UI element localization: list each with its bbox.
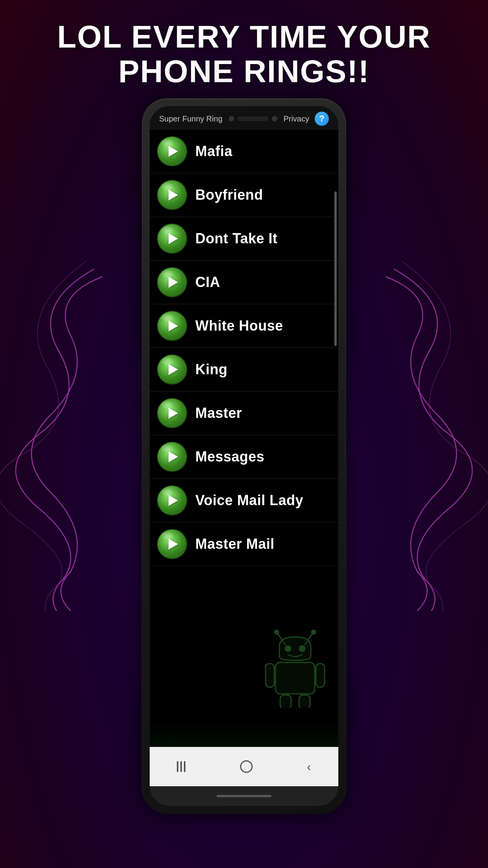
ringtone-label-boyfriend: Boyfriend <box>195 187 263 203</box>
status-bar: Super Funny Ring Privacy ? <box>150 106 338 130</box>
notch-pill <box>237 116 269 121</box>
ringtone-list: Mafia Boyfriend Dont Take It <box>150 130 338 747</box>
list-item: Master <box>150 392 338 435</box>
home-bar <box>150 786 338 806</box>
phone-mockup: Super Funny Ring Privacy ? <box>142 98 346 814</box>
play-icon <box>169 539 178 550</box>
back-button[interactable]: ‹ <box>307 760 311 774</box>
list-item: Master Mail <box>150 522 338 566</box>
recent-apps-icon <box>177 761 185 772</box>
android-mascot <box>260 621 330 708</box>
svg-point-3 <box>312 630 316 634</box>
recent-apps-button[interactable] <box>177 761 185 772</box>
play-button-master[interactable] <box>158 399 187 428</box>
play-button-dont-take-it[interactable] <box>158 224 187 253</box>
header-line1: LOL EVERY TIME YOUR <box>31 20 457 54</box>
play-button-king[interactable] <box>158 355 187 384</box>
svg-rect-8 <box>316 664 325 687</box>
sensor-dot <box>272 116 277 121</box>
list-item: Mafia <box>150 130 338 173</box>
help-button[interactable]: ? <box>315 112 329 126</box>
header-line2: PHONE RINGS!! <box>31 54 457 89</box>
ringtone-label-master: Master <box>195 405 242 421</box>
app-title: Super Funny Ring <box>159 114 222 123</box>
home-button[interactable] <box>240 760 253 773</box>
play-button-voice-mail-lady[interactable] <box>158 486 187 515</box>
play-icon <box>169 320 178 331</box>
list-item: Messages <box>150 435 338 479</box>
play-button-master-mail[interactable] <box>158 530 187 559</box>
svg-rect-10 <box>299 695 310 708</box>
status-bar-right: Privacy ? <box>283 112 329 126</box>
privacy-button[interactable]: Privacy <box>283 114 309 123</box>
home-icon <box>240 760 253 773</box>
phone-screen: Super Funny Ring Privacy ? <box>150 106 338 806</box>
header-text: LOL EVERY TIME YOUR PHONE RINGS!! <box>0 20 488 89</box>
play-button-messages[interactable] <box>158 442 187 471</box>
play-icon <box>169 451 178 462</box>
back-icon: ‹ <box>307 760 311 774</box>
ringtone-label-king: King <box>195 361 227 378</box>
play-icon <box>169 408 178 419</box>
ringtone-label-messages: Messages <box>195 449 264 465</box>
list-item: Dont Take It <box>150 217 338 261</box>
ringtone-label-cia: CIA <box>195 274 220 291</box>
svg-rect-7 <box>266 664 274 687</box>
ringtone-label-dont-take-it: Dont Take It <box>195 230 277 247</box>
play-icon <box>169 277 178 288</box>
svg-point-1 <box>275 630 279 634</box>
camera-dot <box>229 116 234 121</box>
home-bar-indicator <box>216 795 272 797</box>
wave-left-decoration <box>0 257 110 611</box>
svg-rect-6 <box>275 662 315 694</box>
phone-outer-frame: Super Funny Ring Privacy ? <box>142 98 346 814</box>
play-button-boyfriend[interactable] <box>158 180 187 210</box>
list-item: Voice Mail Lady <box>150 479 338 522</box>
list-fade-overlay <box>150 723 338 747</box>
list-item: White House <box>150 304 338 348</box>
svg-point-4 <box>285 646 291 651</box>
scrollbar[interactable] <box>334 191 337 346</box>
list-item: Boyfriend <box>150 173 338 217</box>
bottom-navigation: ‹ <box>150 747 338 786</box>
play-button-mafia[interactable] <box>158 137 187 166</box>
ringtone-label-master-mail: Master Mail <box>195 536 275 552</box>
svg-point-5 <box>299 646 305 651</box>
play-icon <box>169 364 178 375</box>
play-button-cia[interactable] <box>158 268 187 297</box>
ringtone-label-voice-mail-lady: Voice Mail Lady <box>195 492 303 509</box>
ringtone-label-white-house: White House <box>195 318 283 334</box>
list-item: King <box>150 348 338 392</box>
play-icon <box>169 233 178 244</box>
notch-area <box>229 116 277 121</box>
ringtone-label-mafia: Mafia <box>195 143 233 160</box>
list-item: CIA <box>150 261 338 304</box>
play-icon <box>169 495 178 506</box>
play-icon <box>169 189 178 200</box>
wave-right-decoration <box>378 257 488 611</box>
play-button-white-house[interactable] <box>158 311 187 340</box>
help-icon: ? <box>319 114 324 124</box>
play-icon <box>169 146 178 157</box>
svg-rect-9 <box>280 695 291 708</box>
